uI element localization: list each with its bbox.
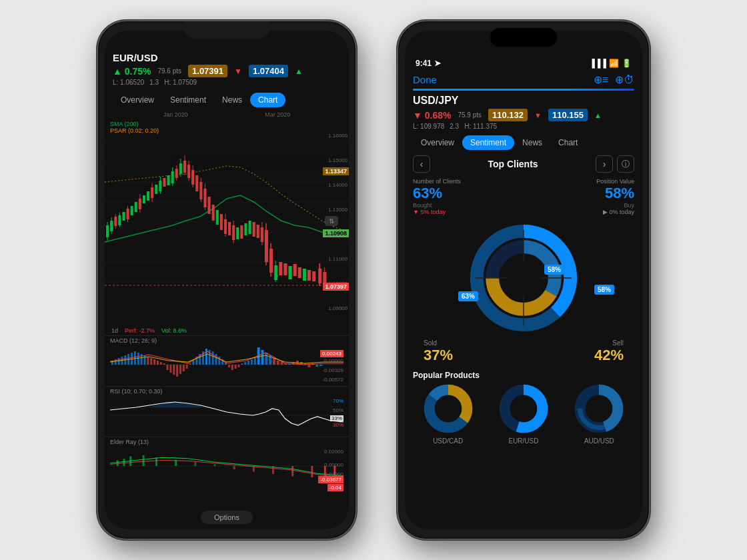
price-tag-green: 1.10908	[323, 229, 349, 237]
svg-rect-79	[312, 271, 315, 281]
svg-rect-60	[244, 223, 247, 235]
svg-rect-157	[143, 455, 145, 466]
p2-spread: 2.3	[450, 123, 459, 130]
chart-date-1: Jan 2020	[163, 111, 188, 118]
wifi-icon: 📶	[609, 59, 619, 68]
rsi-50: 50%	[333, 407, 343, 413]
phone-2-content: 9:41 ➤ ▐▐▐ 📶 🔋 Done ⊕≡ ⊕⏱	[405, 31, 642, 529]
svg-rect-100	[157, 361, 159, 365]
svg-rect-101	[160, 362, 162, 365]
svg-rect-58	[236, 227, 239, 239]
psar-label: PSAR (0.02; 0.20)	[110, 127, 159, 134]
phone-1-screen: EUR/USD ▲ 0.75% 79.6 pts 1.07391 ▼ 1.074…	[105, 31, 349, 529]
svg-rect-166	[311, 466, 313, 477]
tab-sentiment[interactable]: Sentiment	[162, 93, 214, 107]
svg-rect-93	[134, 351, 136, 365]
svg-rect-31	[167, 175, 170, 185]
elder-svg	[110, 446, 343, 486]
svg-rect-61	[249, 221, 251, 234]
svg-rect-135	[273, 358, 275, 365]
done-button[interactable]: Done	[413, 74, 437, 85]
list-add-icon[interactable]: ⊕≡	[594, 73, 608, 86]
tab-overview[interactable]: Overview	[113, 93, 162, 107]
rsi-chart: 70% 50% 33% 30%	[110, 395, 343, 435]
elder-val2: -0.04	[327, 484, 343, 491]
svg-rect-94	[137, 353, 139, 365]
svg-point-187	[591, 401, 608, 417]
options-button[interactable]: Options	[201, 511, 253, 524]
pos-value-label: Position Value	[596, 178, 634, 185]
svg-rect-59	[240, 225, 243, 239]
tab-p2-overview[interactable]: Overview	[413, 135, 462, 150]
p2-sentiment-nav: ‹ Top Clients › ⓘ	[405, 153, 642, 175]
popular-item-1[interactable]: EUR/USD	[498, 383, 550, 445]
svg-point-180	[440, 401, 456, 417]
svg-rect-130	[254, 358, 256, 365]
svg-marker-152	[285, 423, 324, 425]
svg-rect-133	[265, 353, 267, 365]
p2-tabs: Overview Sentiment News Chart	[405, 133, 642, 153]
tab-p2-news[interactable]: News	[514, 135, 550, 150]
macd-svg	[110, 345, 343, 385]
p1-ticker: EUR/USD	[113, 52, 341, 63]
elder-title: Elder Ray (13)	[110, 439, 343, 445]
p2-stat-position: Position Value 58% Buy ▶ 0% today	[596, 178, 634, 215]
svg-rect-72	[279, 262, 282, 275]
p2-price-sub-row: L: 109.978 2.3 H: 111.375	[413, 123, 634, 130]
phones-container: EUR/USD ▲ 0.75% 79.6 pts 1.07391 ▼ 1.074…	[97, 20, 650, 540]
donut-label-58-outer: 58%	[594, 285, 614, 295]
svg-rect-159	[175, 460, 177, 466]
p2-stats-row: Number of Clients 63% Bought ▼ 5% today …	[413, 178, 634, 215]
nav-prev-button[interactable]: ‹	[413, 155, 430, 173]
p2-status-time-group: 9:41 ➤	[416, 59, 441, 68]
tab-chart[interactable]: Chart	[250, 93, 285, 107]
svg-rect-78	[307, 270, 311, 281]
tab-p2-sentiment[interactable]: Sentiment	[462, 135, 514, 150]
p2-time: 9:41	[416, 59, 432, 68]
p1-period-row: 1d Perf: -2.7% Vol: 8.6%	[105, 326, 349, 335]
svg-rect-108	[183, 365, 185, 371]
tab-news[interactable]: News	[214, 93, 250, 107]
popular-item-0[interactable]: USD/CAD	[422, 383, 474, 445]
svg-rect-77	[303, 269, 306, 281]
chart-divider[interactable]: ⇅	[325, 216, 338, 226]
svg-rect-146	[315, 365, 318, 367]
p2-header: USD/JPY ▼ 0.68% 75.9 pts 110.132 ▼ 110.1…	[405, 91, 642, 133]
svg-rect-122	[228, 365, 230, 367]
macd-value: 0.00243	[320, 350, 343, 357]
p2-bottom-stats: Sold 37% Sell 42%	[413, 339, 634, 364]
svg-rect-129	[251, 359, 253, 365]
macd-zero: 0.00000	[324, 358, 343, 364]
sell-pct: 42%	[594, 347, 624, 364]
svg-rect-125	[238, 365, 240, 367]
p1-ask-price: 1.07404	[249, 65, 288, 77]
clock-add-icon[interactable]: ⊕⏱	[615, 73, 634, 86]
svg-marker-151	[149, 402, 201, 407]
nav-info-button[interactable]: ⓘ	[617, 155, 634, 173]
p2-donut-section: Number of Clients 63% Bought ▼ 5% today …	[405, 175, 642, 367]
p2-top-icons: ⊕≡ ⊕⏱	[594, 73, 634, 86]
svg-rect-162	[233, 466, 235, 469]
macd-chart: 0.00243 0.00000 -0.00329 -0.00572	[110, 345, 343, 385]
p1-bid-price: 1.07391	[188, 65, 227, 77]
p2-sell-group: Sell 42%	[594, 339, 624, 364]
p1-perf: Perf: -2.7%	[125, 327, 155, 334]
svg-rect-126	[241, 363, 243, 365]
dynamic-island	[490, 28, 557, 47]
svg-rect-107	[179, 365, 181, 374]
tab-p2-chart[interactable]: Chart	[550, 135, 586, 150]
buy-pct: 58%	[596, 185, 634, 202]
svg-rect-123	[231, 365, 233, 370]
svg-rect-155	[123, 459, 125, 466]
popular-item-2[interactable]: AUD/USD	[573, 383, 625, 445]
nav-title: Top Clients	[434, 159, 592, 169]
svg-rect-70	[274, 265, 277, 280]
nav-next-button[interactable]: ›	[596, 155, 613, 173]
svg-rect-74	[289, 266, 292, 279]
svg-rect-136	[277, 361, 279, 365]
p1-chart-area[interactable]: SMA (200) PSAR (0.02; 0.20) 1.16000 1.15…	[105, 119, 349, 326]
svg-rect-163	[253, 466, 255, 472]
p2-ask-price: 110.155	[548, 109, 588, 121]
num-clients-label: Number of Clients	[413, 178, 461, 185]
p1-bottom-bar: Options	[105, 511, 349, 524]
